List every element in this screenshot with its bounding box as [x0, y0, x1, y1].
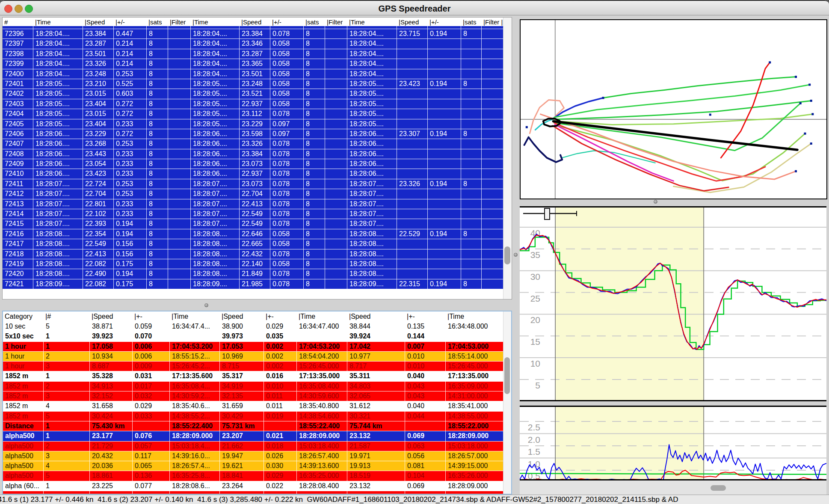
column-header[interactable]: |Speed	[83, 18, 114, 26]
column-header[interactable]: |Time	[170, 313, 220, 320]
table-row[interactable]: 1 hour117.0580.00617:04:53.20017.0530.00…	[3, 342, 511, 352]
table-row[interactable]: alpha500320.4320.11714:39:16.0...19.9470…	[3, 451, 511, 461]
table-row[interactable]: 7241018:28:06....23.4230.233818:28:06...…	[3, 169, 512, 179]
column-header[interactable]: |Time	[446, 313, 504, 320]
table-row[interactable]: 7240118:28:05....23.2100.525818:28:05...…	[3, 79, 512, 89]
column-header[interactable]: Category	[3, 313, 44, 320]
map-splitter-handle[interactable]	[654, 200, 657, 204]
column-header[interactable]: |+/-	[270, 18, 304, 26]
column-header[interactable]: |Filter |	[482, 18, 504, 26]
table-row[interactable]: 7240018:28:04....23.2480.253818:28:04...…	[3, 69, 512, 79]
table-row[interactable]: alpha500221.7290.05715:03:18.4...21.6620…	[3, 442, 511, 451]
table-row[interactable]: 7240818:28:06....23.4430.233818:28:06...…	[3, 149, 512, 159]
table-row[interactable]: alpha (60...123.2250.07718:28:08.6...23.…	[3, 481, 511, 491]
table-row[interactable]: 7240618:28:06....23.2290.272818:28:06...…	[3, 129, 512, 139]
table-row[interactable]: 7240318:28:05....23.4040.272818:28:05...…	[3, 99, 512, 109]
table-row[interactable]	[3, 491, 511, 495]
table-row[interactable]: alpha500518.8610.13616:35:25.8...18.8410…	[3, 471, 511, 481]
results-table-scrollbar-thumb[interactable]	[504, 357, 510, 394]
table-row[interactable]: 7240418:28:05....23.0150.272818:28:05...…	[3, 109, 512, 119]
column-header[interactable]: |Time	[191, 18, 240, 26]
results-table[interactable]: Category|#|Speed|+-|Time|Speed|+-|Time|S…	[2, 311, 512, 495]
table-row[interactable]: 7240218:28:05....23.0150.603818:28:05...…	[3, 89, 512, 99]
raw-table-scrollbar[interactable]	[503, 18, 512, 299]
raw-table-scrollbar-thumb[interactable]	[504, 246, 510, 264]
column-header[interactable]: |+/-	[428, 18, 461, 26]
table-row[interactable]: 7240518:28:05....23.4040.233818:28:05...…	[3, 119, 512, 129]
column-header[interactable]: #	[3, 18, 33, 26]
column-header[interactable]: |sats	[147, 18, 168, 26]
cell	[168, 199, 191, 209]
vertical-splitter-handle[interactable]	[514, 253, 518, 257]
column-header[interactable]: |Speed	[220, 313, 264, 320]
vertical-splitter[interactable]	[512, 15, 520, 495]
chart-hscrollbar-thumb[interactable]	[711, 485, 726, 491]
table-row[interactable]: 1852 m135.3280.03117:13:35.60035.3170.01…	[3, 371, 511, 381]
table-row[interactable]: 1852 m431.6580.02918:35:40.6...31.6590.0…	[3, 401, 511, 411]
column-header[interactable]: |+/-	[114, 18, 147, 26]
cell: 8	[147, 49, 168, 59]
column-header[interactable]: |Speed	[397, 18, 428, 26]
track-map[interactable]	[520, 19, 827, 199]
table-row[interactable]: 7241918:28:08....22.0820.175818:28:08...…	[3, 259, 512, 269]
table-row-clipped[interactable]: 7239518:28:03....23.5010.505818:28:03...…	[3, 26, 512, 29]
cell	[264, 421, 297, 431]
table-row[interactable]: alpha500420.0360.06518:26:57.4...19.6210…	[3, 461, 511, 471]
table-row[interactable]: 7240918:28:06....23.0540.233818:28:06...…	[3, 159, 512, 169]
table-row[interactable]: Distance175.430 km18:55:22.40075.731 km1…	[3, 421, 511, 431]
cell: 18.841	[220, 471, 264, 481]
table-row[interactable]: 7242118:28:09....22.0820.175818:28:09...…	[3, 279, 512, 289]
table-row[interactable]: 7241418:28:07....22.1020.233818:28:07...…	[3, 209, 512, 219]
cell: 2	[44, 352, 90, 362]
table-row[interactable]: 7239818:28:04....23.5010.214818:28:04...…	[3, 49, 512, 59]
table-row[interactable]: alpha500123.1770.07618:28:09.00023.2070.…	[3, 431, 511, 441]
column-header[interactable]: |sats	[461, 18, 482, 26]
column-header[interactable]: |Filter	[168, 18, 191, 26]
table-row[interactable]: 7239518:28:03....23.5010.505818:28:03...…	[3, 26, 512, 29]
table-row[interactable]: 1852 m530.4240.03314:38:55.2...30.4290.0…	[3, 412, 511, 421]
column-header[interactable]: |Time	[297, 313, 347, 320]
column-header[interactable]: |#	[44, 313, 90, 320]
table-row[interactable]: 7241718:28:08....22.5490.156818:28:08...…	[3, 239, 512, 249]
table-row[interactable]: 7239918:28:04....23.3260.214818:28:04...…	[3, 59, 512, 69]
column-header[interactable]: |Speed	[90, 313, 133, 320]
cell	[168, 239, 191, 249]
error-chart[interactable]: 2.52.01.51.00.5	[520, 406, 826, 480]
table-row[interactable]: 7239718:28:04....23.2870.214818:28:04...…	[3, 39, 512, 49]
cell	[325, 239, 347, 249]
table-row[interactable]: 1 hour210.9340.00618:55:15.2...10.9690.0…	[3, 352, 511, 362]
table-row[interactable]: 5x10 sec139.9230.07039.9730.03539.9240.1…	[3, 332, 511, 341]
column-header[interactable]: |Time	[347, 18, 397, 26]
column-header[interactable]: |+-	[405, 313, 446, 320]
column-header[interactable]: |Speed	[240, 18, 270, 26]
column-header[interactable]: |Filter	[325, 18, 347, 26]
speed-chart[interactable]: 403530252015105	[520, 206, 826, 401]
table-row[interactable]: 7240718:28:06....23.2680.253818:28:06...…	[3, 139, 512, 149]
column-header[interactable]: |+-	[133, 313, 170, 320]
table-row[interactable]: 1852 m234.9130.01716:35:08.4...34.9190.0…	[3, 382, 511, 391]
chart-hscrollbar[interactable]	[520, 480, 826, 495]
column-header[interactable]: |Time	[33, 18, 83, 26]
title-bar[interactable]: GPS Speedreader	[0, 0, 829, 15]
table-row[interactable]: 10 sec538.8710.05916:34:47.4...38.9000.0…	[3, 322, 511, 332]
table-row[interactable]: 7242018:28:08....22.4900.194818:28:08...…	[3, 269, 512, 279]
time-window-slider[interactable]	[545, 208, 550, 219]
table-row[interactable]: 7239618:28:04....23.3840.447818:28:04...…	[3, 29, 512, 39]
cell: 23.054	[83, 159, 114, 169]
table-row[interactable]: 7241618:28:08....22.3540.194818:28:08...…	[3, 229, 512, 239]
results-table-scrollbar[interactable]	[503, 311, 511, 494]
table-row[interactable]: 7241318:28:07....22.8010.233818:28:07...…	[3, 199, 512, 209]
cell: 8	[147, 269, 168, 279]
table-row[interactable]: 1852 m332.1520.03214:30:59.2...32.1350.0…	[3, 391, 511, 401]
cell: 14:38:55.2...	[170, 412, 220, 421]
horizontal-splitter-handle[interactable]	[204, 303, 208, 307]
table-row[interactable]: 7241118:28:07....22.7240.253818:28:07...…	[3, 179, 512, 189]
table-row[interactable]: 7241218:28:07....22.7040.253818:28:07...…	[3, 189, 512, 199]
raw-points-table[interactable]: #|Time|Speed|+/-|sats|Filter|Time|Speed|…	[2, 17, 512, 299]
column-header[interactable]: |+-	[264, 313, 297, 320]
column-header[interactable]: |Speed	[347, 313, 405, 320]
column-header[interactable]: |sats	[304, 18, 325, 26]
table-row[interactable]: 7241818:28:08....22.4130.156818:28:08...…	[3, 249, 512, 259]
table-row[interactable]: 7241518:28:07....22.3930.194818:28:07...…	[3, 219, 512, 229]
table-row[interactable]: 1 hour38.6870.00915:26:45.2...8.7150.002…	[3, 362, 511, 371]
